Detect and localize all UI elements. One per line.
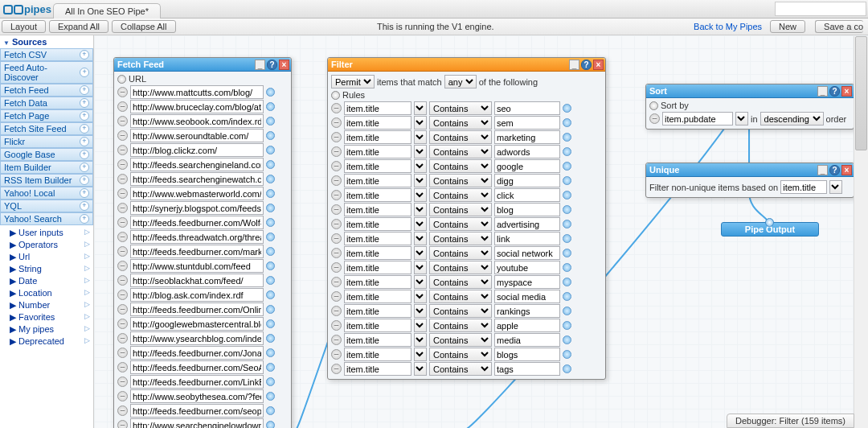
minimize-icon[interactable]: _: [569, 60, 579, 70]
rule-op-select[interactable]: Contains: [429, 304, 492, 318]
field-picker[interactable]: [414, 319, 427, 332]
rule-op-select[interactable]: Contains: [429, 362, 492, 376]
remove-row-button[interactable]: –: [117, 362, 128, 372]
input-connector[interactable]: [563, 350, 571, 359]
document-tab[interactable]: All In One SEO Pipe*: [53, 3, 161, 19]
palette-section-url[interactable]: ▶ Url▷: [0, 251, 93, 263]
rule-field-input[interactable]: [344, 174, 411, 187]
rule-value-input[interactable]: [494, 101, 560, 115]
module-fetch-feed[interactable]: Fetch Feed _ ? × URL –––––––––––––––––––…: [113, 57, 292, 428]
rule-field-input[interactable]: [344, 203, 411, 216]
url-input[interactable]: [130, 302, 264, 316]
field-picker[interactable]: [414, 101, 427, 115]
remove-row-button[interactable]: –: [117, 145, 128, 155]
input-connector[interactable]: [266, 218, 275, 227]
add-source-icon[interactable]: +: [80, 98, 89, 108]
field-picker[interactable]: [414, 188, 427, 202]
remove-row-button[interactable]: –: [331, 349, 342, 360]
rule-value-input[interactable]: [494, 261, 560, 274]
url-input[interactable]: [130, 375, 264, 389]
remove-row-button[interactable]: –: [117, 188, 128, 199]
output-in-connector[interactable]: [765, 218, 774, 227]
remove-row-button[interactable]: –: [117, 333, 128, 344]
remove-row-button[interactable]: –: [117, 174, 128, 184]
add-source-icon[interactable]: +: [80, 111, 89, 121]
source-item[interactable]: Google Base+: [0, 148, 93, 161]
rule-op-select[interactable]: Contains: [429, 333, 492, 347]
rule-op-select[interactable]: Contains: [429, 232, 492, 245]
rule-field-input[interactable]: [344, 130, 411, 144]
module-unique[interactable]: Unique _ ? × Filter non-unique items bas…: [645, 163, 854, 198]
input-connector[interactable]: [266, 421, 275, 428]
remove-row-button[interactable]: –: [117, 101, 128, 112]
remove-row-button[interactable]: –: [117, 275, 128, 286]
input-connector[interactable]: [266, 290, 275, 299]
rule-value-input[interactable]: [494, 145, 560, 158]
rule-field-input[interactable]: [344, 217, 411, 231]
field-picker[interactable]: [414, 290, 427, 303]
remove-row-button[interactable]: –: [331, 262, 342, 273]
rule-field-input[interactable]: [344, 116, 411, 130]
remove-row-button[interactable]: –: [117, 420, 128, 428]
field-picker[interactable]: [735, 112, 748, 126]
url-input[interactable]: [130, 418, 264, 428]
rule-op-select[interactable]: Contains: [429, 261, 492, 274]
rule-field-input[interactable]: [344, 304, 411, 318]
palette-section-my-pipes[interactable]: ▶ My pipes▷: [0, 323, 93, 335]
field-picker[interactable]: [414, 116, 427, 130]
url-input[interactable]: [130, 172, 264, 186]
rule-op-select[interactable]: Contains: [429, 188, 492, 202]
close-icon[interactable]: ×: [279, 60, 289, 70]
field-picker[interactable]: [414, 362, 427, 376]
rule-op-select[interactable]: Contains: [429, 217, 492, 231]
close-icon[interactable]: ×: [841, 86, 852, 97]
input-connector[interactable]: [266, 102, 275, 111]
input-connector[interactable]: [266, 348, 275, 357]
module-sort[interactable]: Sort _ ? × Sort by – in descending order: [645, 84, 854, 130]
input-connector[interactable]: [266, 406, 275, 415]
input-connector[interactable]: [563, 249, 571, 257]
sources-section-header[interactable]: Sources: [0, 35, 93, 48]
palette-section-number[interactable]: ▶ Number▷: [0, 299, 93, 311]
field-picker[interactable]: [414, 246, 427, 260]
rule-field-input[interactable]: [344, 275, 411, 289]
field-picker[interactable]: [414, 232, 427, 245]
input-connector[interactable]: [563, 263, 571, 272]
sort-order-select[interactable]: descending: [760, 112, 824, 126]
input-connector[interactable]: [563, 364, 571, 373]
pipe-canvas[interactable]: Fetch Feed _ ? × URL –––––––––––––––––––…: [94, 35, 868, 428]
palette-section-string[interactable]: ▶ String▷: [0, 263, 93, 275]
remove-row-button[interactable]: –: [331, 146, 342, 157]
palette-section-location[interactable]: ▶ Location▷: [0, 287, 93, 299]
remove-row-button[interactable]: –: [331, 117, 342, 128]
remove-row-button[interactable]: –: [117, 232, 128, 242]
add-source-icon[interactable]: +: [80, 214, 89, 224]
add-source-icon[interactable]: +: [80, 150, 89, 159]
remove-row-button[interactable]: –: [331, 190, 342, 200]
field-picker[interactable]: [414, 304, 427, 318]
add-source-icon[interactable]: +: [80, 188, 89, 198]
rule-op-select[interactable]: Contains: [429, 145, 492, 158]
rule-field-input[interactable]: [344, 362, 411, 376]
url-input[interactable]: [130, 100, 264, 113]
input-connector[interactable]: [563, 147, 571, 156]
remove-row-button[interactable]: –: [117, 246, 128, 257]
rule-value-input[interactable]: [494, 275, 560, 289]
url-input[interactable]: [130, 187, 264, 200]
url-input[interactable]: [130, 245, 264, 258]
remove-row-button[interactable]: –: [117, 217, 128, 228]
input-connector[interactable]: [563, 191, 571, 200]
app-logo[interactable]: pipes: [0, 0, 51, 18]
input-connector[interactable]: [266, 377, 275, 386]
add-source-icon[interactable]: +: [80, 85, 89, 95]
remove-row-button[interactable]: –: [331, 161, 342, 171]
input-connector[interactable]: [266, 189, 275, 198]
url-input[interactable]: [130, 331, 264, 345]
input-connector[interactable]: [266, 175, 275, 183]
rule-value-input[interactable]: [494, 319, 560, 332]
input-connector[interactable]: [266, 160, 275, 169]
url-input[interactable]: [130, 216, 264, 229]
vertical-scrollbar[interactable]: [854, 36, 868, 428]
permit-block-select[interactable]: Permit: [331, 75, 375, 88]
remove-row-button[interactable]: –: [117, 391, 128, 401]
